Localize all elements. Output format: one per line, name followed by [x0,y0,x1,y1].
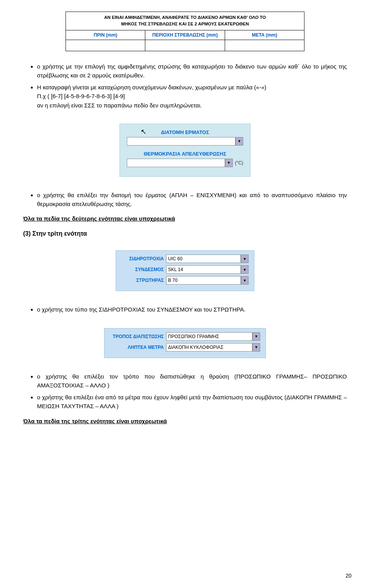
form3-box: ΤΡΟΠΟΣ ΔΙΑΠΙΣΤΩΣΗΣ ▼ ΛΗΠΤΕΑ ΜΕΤΡΑ ▼ [104,328,266,358]
bullet-list-3: ο χρήστης τον τύπο της ΣΙΔΗΡΟΤΡΟΧΙΑΣ του… [23,305,347,314]
form2-row1: ΣΙΔΗΡΟΤΡΟΧΙΑ ▼ [121,255,249,263]
form3-arrow2[interactable]: ▼ [252,343,260,352]
bullet-text-1-2c: αν η επιλογή είναι ΣΣΣ το παραπάνω πεδίο… [37,102,202,109]
form2-label3: ΣΤΡΩΤΗΡΑΣ [121,278,164,283]
bullets-section-1: ο χρήστης με την επιλογή της αμφιδετημέν… [23,62,347,110]
form2-row2: ΣΥΝΔΕΣΜΟΣ ▼ [121,265,249,274]
bullet-item-2-1: ο χρήστης θα επιλέξει την διατομή του έρ… [37,191,347,209]
form1-select1-input[interactable] [127,137,235,146]
form2-label1: ΣΙΔΗΡΟΤΡΟΧΙΑ [121,256,164,261]
form1-box: ΔΙΑΤΟΜΗ ΕΡΜΑΤΟΣ ▼ ΘΕΡΜΟΚΡΑΣΙΑ ΑΠΕΛΕΥΘΕΡΩ… [119,124,251,177]
form2-wrapper: ΣΙΔΗΡΟΤΡΟΧΙΑ ▼ ΣΥΝΔΕΣΜΟΣ ▼ ΣΤΡΩΤΗΡΑΣ ▼ [23,243,347,298]
bullet-list-2: ο χρήστης θα επιλέξει την διατομή του έρ… [23,191,347,209]
form1-select2-input[interactable] [127,159,225,167]
bullet-item-1-1: ο χρήστης με την επιλογή της αμφιδετημέν… [37,62,347,80]
bullet-text-1-2b: Π.χ ( [6-7] [4-5-8-9-6-7-8-6-3] [4-9] [37,93,125,99]
form1-label2: ΘΕΡΜΟΚΡΑΣΙΑ ΑΠΕΛΕΥΘΕΡΩΣΗΣ [127,151,243,157]
bullets-section-3: ο χρήστης τον τύπο της ΣΙΔΗΡΟΤΡΟΧΙΑΣ του… [23,305,347,314]
table-cell-prin[interactable] [66,40,145,51]
form2-arrow1[interactable]: ▼ [241,255,249,263]
form2-arrow3[interactable]: ▼ [241,276,249,285]
form3-select1[interactable] [166,332,252,341]
form3-label1: ΤΡΟΠΟΣ ΔΙΑΠΙΣΤΩΣΗΣ [110,334,164,339]
form1-select1-arrow[interactable]: ▼ [235,137,243,146]
bullet-item-4-2: ο χρήστης θα επιλέξει ένα από τα μέτρα π… [37,393,347,411]
form1-select-row1: ▼ [127,137,243,146]
top-title-line2: ΜΗΚΟΣ ΤΗΣ ΣΤΡΕΒΛΩΣΗΣ ΚΑΙ ΣΕ 2 ΑΡΜΟΥΣ ΕΚΑ… [71,21,299,27]
table-header-prin: ΠΡΙΝ (mm) [66,30,145,40]
form2-label2: ΣΥΝΔΕΣΜΟΣ [121,267,164,272]
form3-row2: ΛΗΠΤΕΑ ΜΕΤΡΑ ▼ [110,343,260,352]
form1-wrapper: ↖ ΔΙΑΤΟΜΗ ΕΡΜΑΤΟΣ ▼ ΘΕΡΜΟΚΡΑΣΙΑ ΑΠΕΛΕΥΘΕ… [23,117,347,184]
cursor-arrow-icon: ↖ [141,127,146,136]
table-header-row: ΠΡΙΝ (mm) ΠΕΡΙΟΧΗ ΣΤΡΕΒΛΩΣΗΣ (mm) ΜΕΤΑ (… [66,30,304,40]
top-title-box: ΑΝ ΕΙΝAI ΑΜΦΙΔΕΤΙΜΕΝΗ, ΑΝΑΦΕΡΑΤΕ ΤΟ ΔΙΑΚ… [66,12,304,30]
form3-select2[interactable] [166,343,252,352]
table-header-meta: ΜΕΤΑ (mm) [225,30,304,40]
bullet-text-1-2a: Η καταγραφή γίνεται με καταχώρηση συνεχό… [37,84,266,90]
table-cell-periochi[interactable] [145,40,225,51]
bullet-item-4-1: ο χρήστης θα επιλέξει τον τρόπο που διαπ… [37,372,347,390]
form2-select3[interactable] [166,276,241,285]
form3-label2: ΛΗΠΤΕΑ ΜΕΤΡΑ [110,345,164,350]
bullets-section-2: ο χρήστης θα επιλέξει την διατομή του έρ… [23,191,347,209]
mandatory-2-heading: Όλα τα πεδία της τρίτης ενότητας είναι υ… [23,418,347,424]
top-title-line1: ΑΝ ΕΙΝAI ΑΜΦΙΔΕΤΙΜΕΝΗ, ΑΝΑΦΕΡΑΤΕ ΤΟ ΔΙΑΚ… [71,14,299,21]
bullet-list-1: ο χρήστης με την επιλογή της αμφιδετημέν… [23,62,347,110]
form2-select1[interactable] [166,255,241,263]
form1-unit-label: (°C) [235,160,243,166]
form2-row3: ΣΤΡΩΤΗΡΑΣ ▼ [121,276,249,285]
form3-wrapper: ΤΡΟΠΟΣ ΔΙΑΠΙΣΤΩΣΗΣ ▼ ΛΗΠΤΕΑ ΜΕΤΡΑ ▼ [23,321,347,365]
bullet-list-4: ο χρήστης θα επιλέξει τον τρόπο που διαπ… [23,372,347,411]
form2-box: ΣΙΔΗΡΟΤΡΟΧΙΑ ▼ ΣΥΝΔΕΣΜΟΣ ▼ ΣΤΡΩΤΗΡΑΣ ▼ [116,250,254,291]
page-number: 20 [345,573,352,579]
table-cell-meta[interactable] [225,40,304,51]
bullet-item-3-1: ο χρήστης τον τύπο της ΣΙΔΗΡΟΤΡΟΧΙΑΣ του… [37,305,347,314]
bullet-item-1-2: Η καταγραφή γίνεται με καταχώρηση συνεχό… [37,83,347,110]
form1-select-row2: ▼ (°C) [127,159,243,167]
form2-arrow2[interactable]: ▼ [241,265,249,274]
section3-heading: (3) Στην τρίτη ενότητα [23,230,347,237]
form2-select2[interactable] [166,265,241,274]
form1-select2-arrow[interactable]: ▼ [225,159,233,167]
table-header-periochi: ΠΕΡΙΟΧΗ ΣΤΡΕΒΛΩΣΗΣ (mm) [145,30,225,40]
form3-arrow1[interactable]: ▼ [252,332,260,341]
bullets-section-4: ο χρήστης θα επιλέξει τον τρόπο που διαπ… [23,372,347,411]
table-data-row [66,40,304,51]
mandatory-1-heading: Όλα τα πεδία της δεύτερης ενότητας είναι… [23,215,347,222]
top-table-section: ΑΝ ΕΙΝAI ΑΜΦΙΔΕΤΙΜΕΝΗ, ΑΝΑΦΕΡΑΤΕ ΤΟ ΔΙΑΚ… [23,12,347,51]
form3-row1: ΤΡΟΠΟΣ ΔΙΑΠΙΣΤΩΣΗΣ ▼ [110,332,260,341]
